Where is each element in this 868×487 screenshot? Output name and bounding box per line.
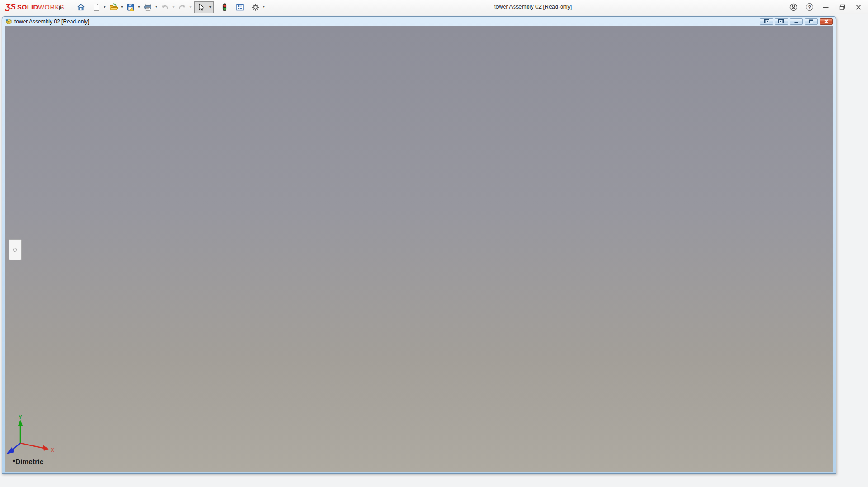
x-axis-label: X [51, 447, 54, 453]
pane-right-icon [778, 19, 784, 23]
pane-left-button[interactable] [760, 18, 773, 25]
document-window-buttons [760, 18, 833, 25]
undo-icon [160, 3, 170, 12]
save-button[interactable] [125, 1, 136, 13]
document-minimize-button[interactable] [790, 18, 803, 25]
save-icon [126, 3, 135, 12]
options-button[interactable] [250, 1, 261, 13]
open-button[interactable] [108, 1, 119, 13]
assembly-document-icon [5, 18, 12, 25]
window-controls: ? [788, 0, 863, 14]
print-dropdown-caret[interactable]: ▾ [153, 1, 159, 13]
home-icon [77, 4, 84, 7]
home-button[interactable] [75, 1, 86, 13]
solidworks-logo-glyph: ƷS [5, 3, 16, 10]
orientation-triad: Y X [5, 414, 66, 461]
properties-button[interactable] [234, 1, 245, 13]
document-title: tower Assembly 02 [Read-only] [14, 19, 89, 25]
print-icon [143, 3, 152, 12]
new-document-button[interactable] [90, 1, 102, 13]
undo-dropdown-caret[interactable]: ▾ [170, 1, 176, 13]
view-orientation-label: *Dimetric [13, 458, 44, 465]
new-document-icon [92, 3, 101, 12]
options-dropdown-caret[interactable]: ▾ [261, 1, 267, 13]
solidworks-app: { "app": { "brand": { "glyph": "ƷS", "bo… [0, 0, 868, 487]
help-button[interactable]: ? [804, 2, 815, 12]
minimize-icon [822, 3, 830, 11]
close-button[interactable] [853, 2, 863, 12]
graphics-area[interactable]: Y X *Dimetric [5, 26, 833, 472]
close-icon [854, 3, 863, 11]
pane-right-button[interactable] [775, 18, 788, 25]
user-account-button[interactable] [788, 2, 798, 12]
save-dropdown-caret[interactable]: ▾ [136, 1, 142, 13]
document-restore-button[interactable] [805, 18, 818, 25]
redo-icon [178, 3, 187, 12]
select-cursor-icon [196, 3, 205, 12]
tower-assembly-3d-model[interactable] [5, 26, 833, 472]
solidworks-logo: ƷS SOLID WORKS [5, 0, 64, 14]
print-button[interactable] [142, 1, 153, 13]
panel-tab-knob [13, 248, 17, 252]
user-account-icon [789, 3, 798, 12]
y-axis-arrow-icon [18, 420, 23, 426]
x-axis-arrow-icon [43, 445, 49, 451]
select-tool-dropdown-caret[interactable]: ▾ [207, 1, 214, 13]
select-tool-button[interactable] [194, 1, 207, 13]
restore-icon [808, 19, 814, 23]
solidworks-logo-bold: SOLID [17, 4, 38, 11]
rebuild-stoplight-icon [220, 3, 229, 12]
collapsed-panel-tab[interactable] [9, 239, 22, 260]
close-icon [823, 19, 829, 23]
pane-left-icon [764, 19, 769, 23]
document-titlebar[interactable]: tower Assembly 02 [Read-only] [2, 17, 836, 26]
menu-expand-arrow-icon[interactable] [59, 4, 62, 12]
y-axis-label: Y [19, 414, 22, 420]
app-window-title: tower Assembly 02 [Read-only] [494, 4, 572, 10]
rebuild-stoplight-button[interactable] [219, 1, 230, 13]
document-window: tower Assembly 02 [Read-only] [2, 16, 836, 474]
minimize-icon [793, 19, 799, 23]
new-document-dropdown-caret[interactable]: ▾ [102, 1, 108, 13]
app-titlebar[interactable]: ƷS SOLID WORKS ▾ [0, 0, 868, 14]
quick-access-toolbar: ▾ ▾ ▾ [75, 1, 267, 13]
document-close-button[interactable] [820, 18, 833, 25]
redo-button[interactable] [176, 1, 188, 13]
help-icon: ? [806, 3, 813, 11]
undo-button[interactable] [159, 1, 170, 13]
minimize-button[interactable] [821, 2, 831, 12]
restore-icon [838, 3, 846, 11]
redo-dropdown-caret[interactable]: ▾ [188, 1, 193, 13]
options-gear-icon [251, 3, 260, 12]
restore-button[interactable] [837, 2, 847, 12]
properties-icon [236, 3, 245, 12]
open-icon [109, 3, 118, 12]
open-dropdown-caret[interactable]: ▾ [119, 1, 125, 13]
